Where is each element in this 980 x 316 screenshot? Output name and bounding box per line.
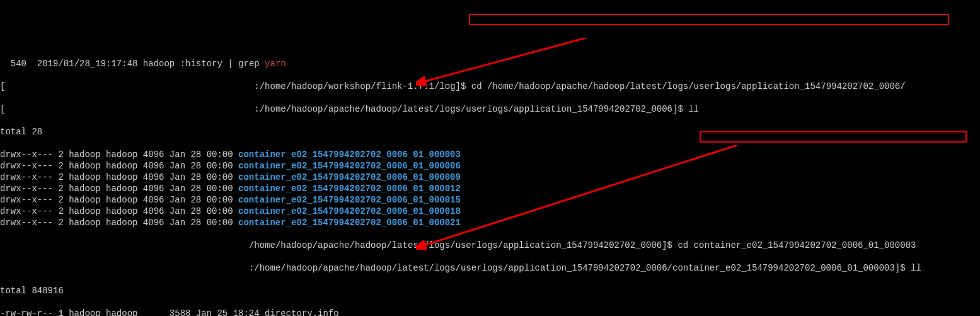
dir-meta: drwx--x--- 2 hadoop hadoop 4096 Jan 28 0…: [0, 218, 238, 228]
dir-row: drwx--x--- 2 hadoop hadoop 4096 Jan 28 0…: [0, 194, 980, 206]
prompt-path: /home/hadoop/apache/hadoop/latest/logs/u…: [249, 240, 678, 250]
prompt-line-4: [ :/home/hadoop/apache/hadoop/latest/log…: [0, 262, 980, 274]
history-num: 540: [0, 59, 32, 69]
ll-command-1: ll: [688, 104, 699, 114]
history-line: 540 2019/01/28_19:17:48 hadoop :history …: [0, 58, 980, 69]
grep-keyword: yarn: [265, 59, 286, 69]
terminal[interactable]: 540 2019/01/28_19:17:48 hadoop :history …: [0, 45, 980, 316]
dir-meta: drwx--x--- 2 hadoop hadoop 4096 Jan 28 0…: [0, 172, 238, 182]
prompt-host: l: [5, 81, 254, 91]
dir-name: container_e02_1547994202702_0006_01_0000…: [238, 172, 461, 182]
prompt-line-3: /home/hadoop/apache/hadoop/latest/logs/u…: [0, 240, 980, 251]
cd-command-1: cd /home/hadoop/apache/hadoop/latest/log…: [471, 81, 906, 91]
dir-meta: drwx--x--- 2 hadoop hadoop 4096 Jan 28 0…: [0, 149, 238, 160]
prompt-path: :/home/hadoop/workshop/flink-1.7.1/log]$: [254, 81, 471, 91]
dir-name: container_e02_1547994202702_0006_01_0000…: [238, 218, 461, 228]
highlight-box-cd-app: [469, 14, 949, 25]
dir-name: container_e02_1547994202702_0006_01_0000…: [238, 195, 461, 205]
prompt-host: [5, 104, 254, 114]
dir-meta: drwx--x--- 2 hadoop hadoop 4096 Jan 28 0…: [0, 195, 238, 205]
ll-command-2: ll: [911, 263, 921, 273]
total-line-1: total 28: [0, 126, 980, 138]
prompt-left: [0, 240, 249, 250]
dir-name: container_e02_1547994202702_0006_01_0000…: [238, 149, 461, 160]
cd-command-2: cd container_e02_1547994202702_0006_01_0…: [677, 240, 916, 250]
dir-name: container_e02_1547994202702_0006_01_0000…: [238, 161, 461, 171]
prompt-line-1: [ l:/home/hadoop/workshop/flink-1.7.1/lo…: [0, 81, 980, 92]
dir-row: drwx--x--- 2 hadoop hadoop 4096 Jan 28 0…: [0, 183, 980, 194]
total-line-2: total 848916: [0, 285, 980, 296]
prompt-left: [: [0, 263, 249, 273]
dir-name: container_e02_1547994202702_0006_01_0000…: [238, 184, 461, 194]
prompt-line-2: [ :/home/hadoop/apache/hadoop/latest/log…: [0, 103, 980, 115]
prompt-path: :/home/hadoop/apache/hadoop/latest/logs/…: [249, 263, 911, 273]
dir-meta: drwx--x--- 2 hadoop hadoop 4096 Jan 28 0…: [0, 184, 238, 194]
dir-row: drwx--x--- 2 hadoop hadoop 4096 Jan 28 0…: [0, 160, 980, 172]
dir-name: container_e02_1547994202702_0006_01_0000…: [238, 206, 461, 216]
dir-meta: drwx--x--- 2 hadoop hadoop 4096 Jan 28 0…: [0, 206, 238, 216]
dir-row: drwx--x--- 2 hadoop hadoop 4096 Jan 28 0…: [0, 217, 980, 228]
dir-meta: drwx--x--- 2 hadoop hadoop 4096 Jan 28 0…: [0, 161, 238, 171]
dir-row: drwx--x--- 2 hadoop hadoop 4096 Jan 28 0…: [0, 149, 980, 160]
history-ts: 2019/01/28_19:17:48 hadoop :history | gr…: [32, 59, 265, 69]
file-row: -rw-rw-r-- 1 hadoop hadoop 3588 Jan 25 1…: [0, 308, 980, 316]
dir-row: drwx--x--- 2 hadoop hadoop 4096 Jan 28 0…: [0, 172, 980, 183]
prompt-path: :/home/hadoop/apache/hadoop/latest/logs/…: [254, 104, 688, 114]
dir-row: drwx--x--- 2 hadoop hadoop 4096 Jan 28 0…: [0, 206, 980, 217]
